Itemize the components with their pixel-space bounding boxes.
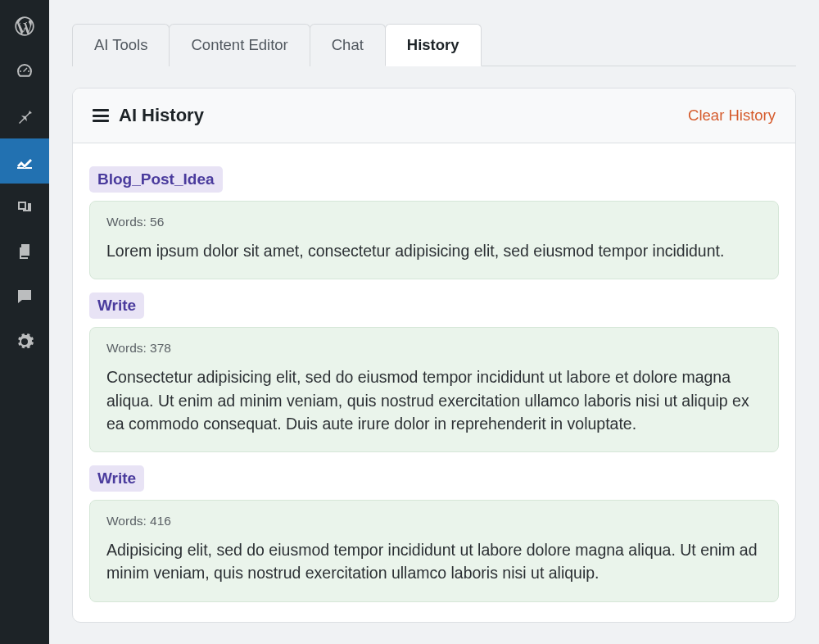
history-content: Adipisicing elit, sed do eiusmod tempor … [106, 538, 762, 585]
history-item: Write Words: 378 Consectetur adipisicing… [89, 293, 779, 452]
history-tag-blog-post-idea[interactable]: Blog_Post_Idea [89, 166, 223, 193]
sidebar-item-pin[interactable] [0, 93, 49, 138]
history-content: Lorem ipsum dolor sit amet, consectetur … [106, 239, 762, 262]
pages-icon [15, 242, 34, 261]
sidebar-item-settings[interactable] [0, 319, 49, 364]
history-card: Words: 378 Consectetur adipisicing elit,… [89, 327, 779, 452]
tab-history[interactable]: History [385, 24, 482, 66]
history-tag-write[interactable]: Write [89, 465, 144, 492]
history-panel: AI History Clear History Blog_Post_Idea … [72, 88, 796, 623]
hamburger-icon[interactable] [93, 109, 109, 122]
history-card: Words: 416 Adipisicing elit, sed do eius… [89, 500, 779, 602]
wordpress-icon [13, 15, 36, 38]
tab-chat[interactable]: Chat [310, 24, 386, 66]
analytics-icon [15, 152, 34, 171]
sidebar-item-wordpress[interactable] [0, 3, 49, 48]
panel-title-group: AI History [93, 105, 204, 126]
admin-sidebar [0, 0, 49, 644]
sidebar-item-analytics[interactable] [0, 138, 49, 184]
history-card: Words: 56 Lorem ipsum dolor sit amet, co… [89, 201, 779, 279]
dashboard-icon [15, 61, 34, 81]
tab-content-editor[interactable]: Content Editor [169, 24, 310, 66]
main-content: AI Tools Content Editor Chat History AI … [49, 0, 819, 644]
pin-icon [15, 107, 34, 126]
history-content: Consectetur adipisicing elit, sed do eiu… [106, 365, 762, 435]
words-count: Words: 416 [106, 514, 762, 528]
tab-ai-tools[interactable]: AI Tools [72, 24, 170, 66]
sidebar-item-pages[interactable] [0, 229, 49, 274]
panel-header: AI History Clear History [73, 88, 795, 143]
history-item: Blog_Post_Idea Words: 56 Lorem ipsum dol… [89, 166, 779, 279]
tabs: AI Tools Content Editor Chat History [72, 23, 796, 66]
words-count: Words: 378 [106, 341, 762, 356]
media-icon [15, 197, 34, 216]
comment-icon [15, 287, 34, 306]
history-item: Write Words: 416 Adipisicing elit, sed d… [89, 465, 779, 602]
clear-history-link[interactable]: Clear History [688, 107, 776, 125]
sidebar-item-dashboard[interactable] [0, 48, 49, 93]
gear-icon [15, 332, 34, 351]
sidebar-item-media[interactable] [0, 184, 49, 229]
sidebar-item-comments[interactable] [0, 274, 49, 319]
panel-title: AI History [119, 105, 204, 126]
history-tag-write[interactable]: Write [89, 293, 144, 319]
panel-body: Blog_Post_Idea Words: 56 Lorem ipsum dol… [73, 143, 795, 622]
words-count: Words: 56 [106, 215, 762, 229]
